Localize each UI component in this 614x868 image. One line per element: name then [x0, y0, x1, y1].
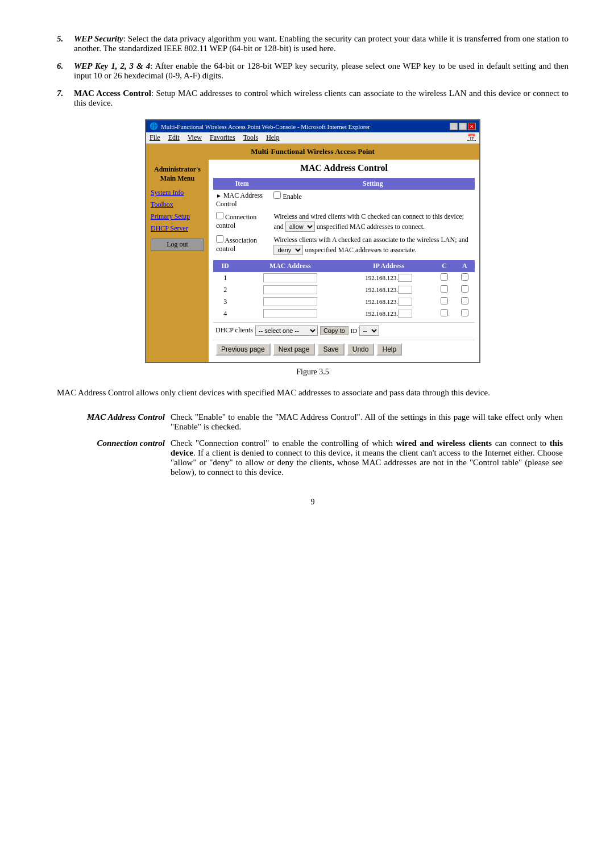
logout-button[interactable]: Log out — [151, 239, 204, 251]
entry-row-3: 3 192.168.123. — [213, 296, 475, 308]
sidebar: Administrator's Main Menu System Info To… — [146, 160, 209, 362]
def-desc-connection: Check "Connection control" to enable the… — [171, 435, 569, 481]
browser-titlebar-left: 🌐 Multi-Functional Wireless Access Point… — [150, 122, 370, 131]
mac-enable-checkbox[interactable] — [273, 191, 281, 199]
id-select[interactable]: -- — [359, 326, 379, 336]
entry-row-1: 1 192.168.123. — [213, 272, 475, 284]
copy-to-button[interactable]: Copy to — [320, 326, 349, 335]
dhcp-select[interactable]: -- select one -- — [255, 326, 318, 336]
entry-4-c — [434, 308, 455, 320]
entries-col-ip: IP Address — [343, 260, 434, 272]
connection-allow-select[interactable]: allow deny — [285, 222, 315, 232]
sidebar-item-toolbox[interactable]: Toolbox — [151, 199, 204, 209]
def-term-mac: MAC Address Control — [57, 409, 171, 435]
entry-3-c — [434, 296, 455, 308]
entry-2-mac — [237, 284, 343, 296]
entry-4-mac — [237, 308, 343, 320]
sidebar-item-dhcpserver[interactable]: DHCP Server — [151, 223, 204, 233]
entry-3-id: 3 — [213, 296, 237, 308]
entry-2-ip-prefix: 192.168.123. — [365, 286, 398, 293]
menu-favorites[interactable]: Favorites — [210, 133, 235, 142]
app-header: Multi-Functional Wireless Access Point — [146, 144, 479, 160]
id-label: ID — [351, 327, 358, 334]
entry-1-a — [454, 272, 475, 284]
next-page-button[interactable]: Next page — [273, 343, 316, 356]
menu-tools[interactable]: Tools — [243, 133, 259, 142]
sidebar-item-systeminfo[interactable]: System Info — [151, 187, 204, 197]
entry-3-mac — [237, 296, 343, 308]
def-row-mac: MAC Address Control Check "Enable" to en… — [57, 409, 569, 435]
entry-2-mac-input[interactable] — [263, 285, 317, 294]
mac-control-table: Item Setting ► MAC Address Control Enabl… — [213, 178, 475, 257]
entry-row-4: 4 192.168.123. — [213, 308, 475, 320]
mac-enable-text: Enable — [283, 193, 301, 201]
previous-page-button[interactable]: Previous page — [215, 343, 271, 356]
figure-caption: Figure 3.5 — [57, 368, 569, 377]
menu-view[interactable]: View — [188, 133, 202, 142]
association-control-checkbox[interactable] — [216, 235, 223, 243]
entry-3-a-checkbox[interactable] — [461, 297, 468, 304]
close-button[interactable]: ✕ — [468, 123, 476, 130]
entry-2-ip-input[interactable] — [398, 286, 412, 294]
entry-3-a — [454, 296, 475, 308]
menu-help[interactable]: Help — [266, 133, 279, 142]
entry-1-ip-input[interactable] — [398, 274, 412, 282]
window-controls[interactable]: _ □ ✕ — [450, 123, 476, 130]
entry-2-ip: 192.168.123. — [343, 284, 434, 296]
action-buttons: Previous page Next page Save Undo Help — [213, 340, 475, 358]
entry-4-ip-prefix: 192.168.123. — [365, 310, 398, 317]
entry-4-mac-input[interactable] — [263, 309, 317, 318]
sidebar-link-primarysetup[interactable]: Primary Setup — [151, 212, 190, 220]
entry-3-ip: 192.168.123. — [343, 296, 434, 308]
item-7-num: 7. — [57, 89, 74, 108]
entry-1-c-checkbox[interactable] — [441, 273, 448, 281]
entry-1-a-checkbox[interactable] — [461, 273, 468, 281]
connection-control-checkbox[interactable] — [216, 212, 223, 219]
menu-edit[interactable]: Edit — [168, 133, 180, 142]
description-text: MAC Address Control allows only client d… — [57, 388, 569, 398]
sidebar-link-toolbox[interactable]: Toolbox — [151, 201, 173, 208]
undo-button[interactable]: Undo — [347, 343, 375, 356]
page-number: 9 — [57, 498, 569, 507]
mac-enable-row: ► MAC Address Control Enable — [213, 190, 475, 210]
sidebar-title2: Main Menu — [160, 174, 194, 182]
item-6-label: WEP Key 1, 2, 3 & 4 — [74, 61, 150, 70]
entry-row-2: 2 192.168.123. — [213, 284, 475, 296]
entry-2-c-checkbox[interactable] — [441, 285, 448, 293]
item-5-body: : Select the data privacy algorithm you … — [74, 34, 569, 53]
entry-3-mac-input[interactable] — [263, 297, 317, 306]
entry-4-id: 4 — [213, 308, 237, 320]
connection-control-label: Connection control — [213, 210, 271, 233]
sidebar-link-systeminfo[interactable]: System Info — [151, 189, 184, 197]
entry-4-c-checkbox[interactable] — [441, 309, 448, 316]
browser-content: Administrator's Main Menu System Info To… — [146, 160, 479, 362]
browser-icon: 🌐 — [150, 122, 158, 131]
entry-1-mac-input[interactable] — [263, 273, 317, 282]
restore-button[interactable]: □ — [459, 123, 467, 130]
entry-2-c — [434, 284, 455, 296]
minimize-button[interactable]: _ — [450, 123, 458, 130]
sidebar-link-dhcpserver[interactable]: DHCP Server — [151, 224, 188, 232]
item-5-label: WEP Security — [74, 34, 123, 43]
mac-enable-label: ► MAC Address Control — [213, 190, 271, 210]
col-setting: Setting — [271, 178, 475, 190]
sidebar-links: System Info Toolbox Primary Setup DHCP S… — [151, 187, 204, 233]
help-button[interactable]: Help — [376, 343, 402, 356]
entry-4-a-checkbox[interactable] — [461, 309, 468, 316]
item-6-text: WEP Key 1, 2, 3 & 4: After enable the 64… — [74, 61, 569, 81]
browser-titlebar: 🌐 Multi-Functional Wireless Access Point… — [146, 120, 479, 132]
entries-col-id: ID — [213, 260, 237, 272]
entries-col-mac: MAC Address — [237, 260, 343, 272]
entry-3-ip-input[interactable] — [398, 298, 412, 306]
entries-col-c: C — [434, 260, 455, 272]
association-deny-select[interactable]: deny allow — [273, 245, 303, 255]
save-button[interactable]: Save — [317, 343, 344, 356]
dhcp-row: DHCP clients -- select one -- Copy to ID… — [213, 322, 475, 339]
sidebar-item-primarysetup[interactable]: Primary Setup — [151, 211, 204, 221]
mac-entries-table: ID MAC Address IP Address C A 1 192.168.… — [213, 260, 475, 320]
entry-3-c-checkbox[interactable] — [441, 297, 448, 304]
menu-file[interactable]: File — [150, 133, 160, 142]
entry-2-a-checkbox[interactable] — [461, 285, 468, 293]
entry-4-ip-input[interactable] — [398, 310, 412, 318]
connection-control-row: Connection control Wireless and wired cl… — [213, 210, 475, 233]
